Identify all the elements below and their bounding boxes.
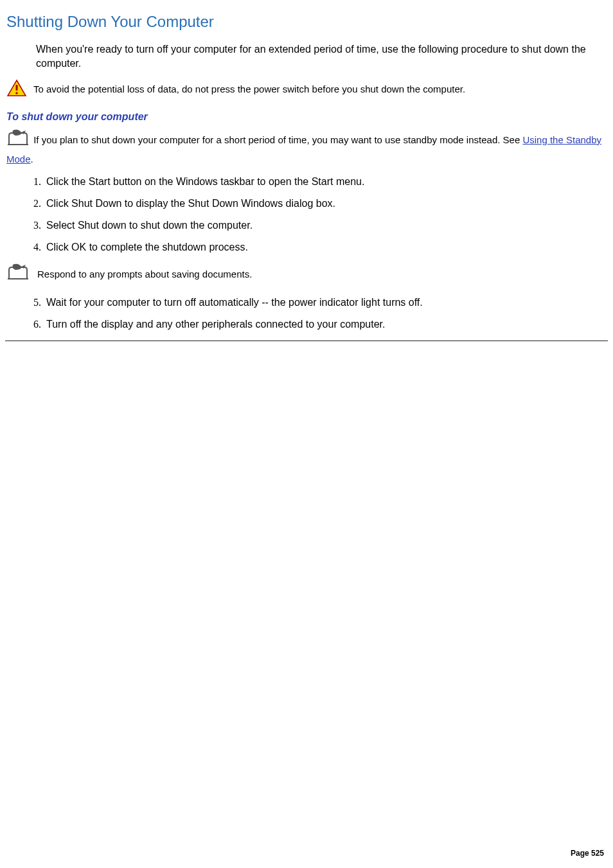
divider xyxy=(5,341,608,341)
note-standby-pre: If you plan to shut down your computer f… xyxy=(33,134,522,145)
note-icon xyxy=(6,263,31,285)
procedure-subhead: To shut down your computer xyxy=(6,111,613,123)
note-standby-post: . xyxy=(31,154,33,164)
note-save-prompts: Respond to any prompts about saving docu… xyxy=(6,263,613,285)
step-1: Click the Start button on the Windows ta… xyxy=(44,176,613,188)
svg-rect-1 xyxy=(16,85,18,91)
step-4: Click OK to complete the shutdown proces… xyxy=(44,242,613,253)
step-6: Turn off the display and any other perip… xyxy=(44,319,613,330)
step-2: Click Shut Down to display the Shut Down… xyxy=(44,198,613,209)
note-save-text: Respond to any prompts about saving docu… xyxy=(37,269,252,279)
step-3: Select Shut down to shut down the comput… xyxy=(44,220,613,231)
warning-text: To avoid the potential loss of data, do … xyxy=(33,84,465,94)
page-number: Page 525 xyxy=(571,849,604,858)
step-5: Wait for your computer to turn off autom… xyxy=(44,297,613,308)
intro-paragraph: When you're ready to turn off your compu… xyxy=(36,42,607,71)
note-icon xyxy=(6,139,33,150)
note-standby: If you plan to shut down your computer f… xyxy=(6,129,607,167)
warning-icon xyxy=(6,79,27,100)
steps-list-a: Click the Start button on the Windows ta… xyxy=(0,176,613,253)
warning-row: To avoid the potential loss of data, do … xyxy=(6,79,613,100)
svg-point-2 xyxy=(15,92,18,94)
steps-list-b: Wait for your computer to turn off autom… xyxy=(0,297,613,330)
page-title: Shutting Down Your Computer xyxy=(6,13,613,31)
